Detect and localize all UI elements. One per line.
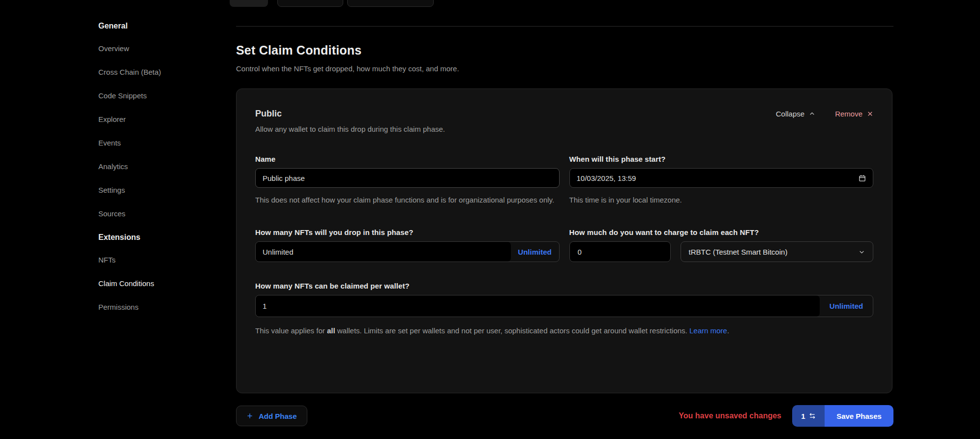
chevron-up-icon bbox=[809, 111, 815, 117]
remove-phase-button[interactable]: Remove bbox=[835, 110, 873, 118]
per-wallet-input[interactable] bbox=[256, 295, 820, 317]
section-divider bbox=[236, 26, 893, 27]
sidebar-item-settings[interactable]: Settings bbox=[98, 186, 211, 194]
name-helper-text: This does not affect how your claim phas… bbox=[255, 194, 560, 205]
sidebar-section-extensions: Extensions NFTs Claim Conditions Permiss… bbox=[98, 233, 211, 311]
sidebar-item-nfts[interactable]: NFTs bbox=[98, 256, 211, 264]
block-explorer-button[interactable]: Rootstock Blockscout bbox=[347, 0, 434, 7]
add-phase-button[interactable]: Add Phase bbox=[236, 406, 307, 426]
sidebar-section-title: General bbox=[98, 22, 211, 30]
sidebar-section-general: General Overview Cross Chain (Beta) Code… bbox=[98, 22, 211, 218]
start-time-field-group: When will this phase start? 10/03/2025, … bbox=[569, 155, 874, 205]
supply-label: How many NFTs will you drop in this phas… bbox=[255, 228, 560, 236]
start-time-label: When will this phase start? bbox=[569, 155, 874, 163]
collapse-label: Collapse bbox=[776, 110, 804, 118]
page-subtitle: Control when the NFTs get dropped, how m… bbox=[236, 64, 459, 73]
per-wallet-unlimited-toggle[interactable]: Unlimited bbox=[820, 295, 873, 317]
claim-phase-card: Public Collapse Remove Allow any wallet … bbox=[236, 88, 892, 393]
swap-arrows-icon bbox=[809, 412, 816, 419]
contract-address-button[interactable]: 0xeDee...F00e9 bbox=[277, 0, 343, 7]
sidebar-item-events[interactable]: Events bbox=[98, 139, 211, 147]
phase-name-input[interactable] bbox=[255, 168, 560, 188]
supply-unlimited-toggle[interactable]: Unlimited bbox=[511, 242, 559, 262]
save-phases-button[interactable]: Save Phases bbox=[825, 405, 893, 427]
per-wallet-label: How many NFTs can be claimed per wallet? bbox=[255, 282, 873, 290]
block-explorer-label: Rootstock Blockscout bbox=[356, 0, 421, 1]
remove-label: Remove bbox=[835, 110, 862, 118]
currency-select[interactable]: tRBTC (Testnet Smart Bitcoin) bbox=[681, 241, 874, 262]
start-time-input[interactable]: 10/03/2025, 13:59 bbox=[569, 168, 874, 188]
close-icon bbox=[867, 111, 873, 117]
phase-description: Allow any wallet to claim this drop duri… bbox=[255, 125, 873, 133]
sidebar-section-title: Extensions bbox=[98, 233, 211, 242]
supply-input[interactable] bbox=[256, 242, 511, 262]
sidebar-item-sources[interactable]: Sources bbox=[98, 209, 211, 218]
supply-field-group: How many NFTs will you drop in this phas… bbox=[255, 228, 560, 262]
contract-sidebar: General Overview Cross Chain (Beta) Code… bbox=[98, 22, 211, 326]
per-wallet-note: This value applies for all wallets. Limi… bbox=[255, 325, 865, 337]
sidebar-item-claim-conditions[interactable]: Claim Conditions bbox=[98, 279, 211, 288]
unsaved-changes-text: You have unsaved changes bbox=[679, 411, 781, 420]
sidebar-item-permissions[interactable]: Permissions bbox=[98, 303, 211, 311]
learn-more-link[interactable]: Learn more bbox=[689, 326, 727, 335]
contract-header-buttons: 0xeDee...F00e9 Rootstock Blockscout bbox=[236, 0, 434, 7]
sidebar-item-overview[interactable]: Overview bbox=[98, 44, 211, 53]
copy-icon bbox=[286, 0, 292, 0]
currency-selected-value: tRBTC (Testnet Smart Bitcoin) bbox=[689, 248, 788, 256]
external-link-icon bbox=[425, 0, 432, 0]
price-label: How much do you want to charge to claim … bbox=[569, 228, 874, 236]
price-field-group: How much do you want to charge to claim … bbox=[569, 228, 874, 262]
collapse-button[interactable]: Collapse bbox=[776, 110, 815, 118]
sidebar-item-analytics[interactable]: Analytics bbox=[98, 162, 211, 171]
phase-title: Public bbox=[255, 109, 282, 119]
name-field-group: Name This does not affect how your claim… bbox=[255, 155, 560, 205]
price-input[interactable] bbox=[569, 241, 671, 262]
partial-button[interactable] bbox=[230, 0, 268, 7]
sidebar-item-explorer[interactable]: Explorer bbox=[98, 115, 211, 123]
claim-conditions-page: 0xeDee...F00e9 Rootstock Blockscout Set … bbox=[236, 0, 893, 439]
calendar-icon[interactable] bbox=[859, 175, 866, 182]
contract-address-label: 0xeDee...F00e9 bbox=[296, 0, 345, 1]
plus-icon bbox=[246, 412, 253, 419]
page-title: Set Claim Conditions bbox=[236, 43, 361, 58]
save-phases-button-group: 1 Save Phases bbox=[792, 405, 893, 427]
start-time-value: 10/03/2025, 13:59 bbox=[577, 174, 636, 182]
transaction-count-badge[interactable]: 1 bbox=[792, 405, 825, 427]
timezone-helper-text: This time is in your local timezone. bbox=[569, 194, 874, 205]
per-wallet-field-group: How many NFTs can be claimed per wallet?… bbox=[255, 282, 873, 337]
sidebar-item-code-snippets[interactable]: Code Snippets bbox=[98, 91, 211, 100]
transaction-count: 1 bbox=[801, 412, 805, 420]
sidebar-item-cross-chain[interactable]: Cross Chain (Beta) bbox=[98, 68, 211, 76]
add-phase-label: Add Phase bbox=[259, 412, 297, 420]
chevron-down-icon bbox=[859, 249, 865, 255]
phases-action-bar: Add Phase You have unsaved changes 1 Sav… bbox=[236, 405, 893, 427]
name-label: Name bbox=[255, 155, 560, 163]
note-bold: all bbox=[327, 326, 335, 335]
